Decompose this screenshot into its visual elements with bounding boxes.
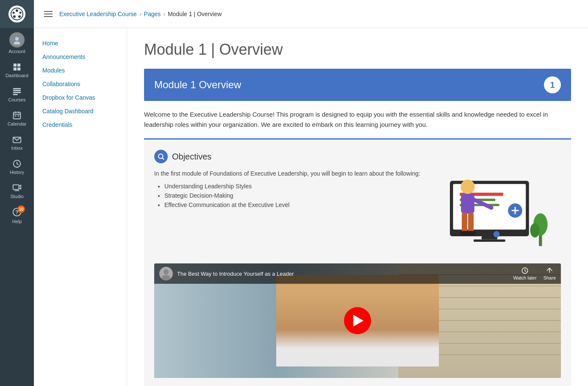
sidebar-item-history-label: History [10,170,24,175]
topbar: Executive Leadership Course › Pages › Mo… [34,0,588,28]
svg-point-41 [460,180,475,194]
welcome-text: Welcome to the Executive Leadership Cour… [144,109,571,130]
module-number-badge: 1 [544,76,561,93]
svg-rect-12 [17,67,20,70]
sidebar-item-studio[interactable]: Studio [0,179,34,203]
objectives-illustration [434,170,561,255]
avatar [9,32,25,48]
breadcrumb-pages[interactable]: Pages [144,11,161,17]
svg-rect-25 [13,185,19,190]
svg-point-51 [494,231,500,238]
svg-rect-16 [13,94,18,95]
svg-point-5 [19,12,22,14]
nav-home[interactable]: Home [34,36,127,50]
svg-rect-40 [474,239,505,242]
sidebar: Account Dashboard Courses Cale [0,0,34,386]
play-circle [344,307,371,334]
svg-point-7 [15,37,19,41]
video-top-bar: The Best Way to Introduce Yourself as a … [154,263,561,284]
sidebar-item-account[interactable]: Account [0,28,34,58]
illustration-svg [438,170,557,255]
breadcrumb-sep-2: › [163,11,165,17]
play-triangle [353,315,363,327]
video-thumbnail: The Best Way to Introduce Yourself as a … [154,263,561,378]
sidebar-item-calendar[interactable]: Calendar [0,106,34,131]
sidebar-item-inbox[interactable]: Inbox [0,131,34,155]
nav-dropbox[interactable]: Dropbox for Canvas [34,91,127,104]
sidebar-item-help[interactable]: ? 10 Help [0,203,34,228]
share-label: Share [544,275,556,280]
video-actions: Watch later Share [513,267,556,280]
svg-rect-44 [468,213,474,232]
svg-rect-11 [14,67,17,70]
video-play-button[interactable] [344,307,371,334]
menu-button[interactable] [42,9,54,19]
sidebar-item-calendar-label: Calendar [8,121,27,126]
share-icon [546,267,553,274]
nav-modules[interactable]: Modules [34,64,127,77]
search-icon [157,153,165,160]
objective-item-1: Understanding Leadership Styles [164,183,421,190]
objective-item-3: Effective Communication at the Executive… [164,201,421,208]
svg-rect-48 [539,234,542,246]
objectives-title: Objectives [172,152,211,162]
video-channel-avatar [159,267,173,280]
calendar-icon [12,111,22,120]
objectives-body: In the first module of Foundations of Ex… [154,170,561,255]
page-content: Module 1 | Overview Module 1 Overview 1 … [127,28,588,386]
left-nav: Home Announcements Modules Collaboration… [34,28,127,386]
svg-line-30 [162,158,164,159]
nav-catalog[interactable]: Catalog Dashboard [34,104,127,118]
sidebar-logo[interactable] [0,0,34,28]
objectives-list: Understanding Leadership Styles Strategi… [154,183,421,208]
svg-point-2 [18,15,21,18]
clock-icon [521,267,529,274]
help-icon-wrap: ? 10 [12,207,22,218]
sidebar-item-dashboard-label: Dashboard [6,73,28,78]
studio-icon [12,183,22,193]
svg-point-47 [466,231,475,235]
courses-icon [12,87,22,96]
module-banner-heading: Module 1 Overview [154,79,241,91]
nav-collaborations[interactable]: Collaborations [34,77,127,91]
dashboard-icon [12,62,22,72]
history-icon [12,159,22,168]
breadcrumb-course[interactable]: Executive Leadership Course [59,11,137,17]
module-banner: Module 1 Overview 1 [144,69,571,101]
objectives-header: Objectives [154,150,561,163]
svg-rect-15 [13,92,21,93]
svg-rect-10 [17,64,20,67]
nav-announcements[interactable]: Announcements [34,50,127,64]
objectives-desc: In the first module of Foundations of Ex… [154,170,421,177]
svg-point-4 [13,12,15,14]
content-area: Home Announcements Modules Collaboration… [34,28,588,386]
help-badge: 10 [17,205,25,213]
objectives-section: Objectives In the first module of Founda… [144,138,571,386]
svg-rect-9 [14,64,17,67]
nav-credentials[interactable]: Credentials [34,118,127,131]
svg-point-52 [164,269,169,274]
objectives-text: In the first module of Foundations of Ex… [154,170,421,255]
svg-rect-13 [13,88,21,90]
svg-rect-22 [18,115,19,117]
objective-item-2: Strategic Decision-Making [164,192,421,199]
svg-rect-42 [461,194,474,214]
sidebar-item-dashboard[interactable]: Dashboard [0,58,34,82]
svg-rect-21 [15,115,16,117]
video-section[interactable]: The Best Way to Introduce Yourself as a … [154,263,561,378]
watch-later-button[interactable]: Watch later [513,267,536,280]
sidebar-item-courses-label: Courses [8,97,26,102]
breadcrumb-current: Module 1 | Overview [168,11,222,17]
breadcrumb-sep-1: › [139,11,141,17]
svg-rect-43 [462,213,467,232]
main-area: Executive Leadership Course › Pages › Mo… [34,0,588,386]
sidebar-item-history[interactable]: History [0,155,34,179]
sidebar-item-account-label: Account [8,49,25,54]
objectives-icon [154,150,168,163]
svg-point-53 [162,275,170,280]
share-button[interactable]: Share [544,267,556,280]
sidebar-item-courses[interactable]: Courses [0,82,34,106]
sidebar-item-help-label: Help [12,219,22,224]
svg-rect-17 [14,112,21,119]
page-title: Module 1 | Overview [144,41,571,59]
